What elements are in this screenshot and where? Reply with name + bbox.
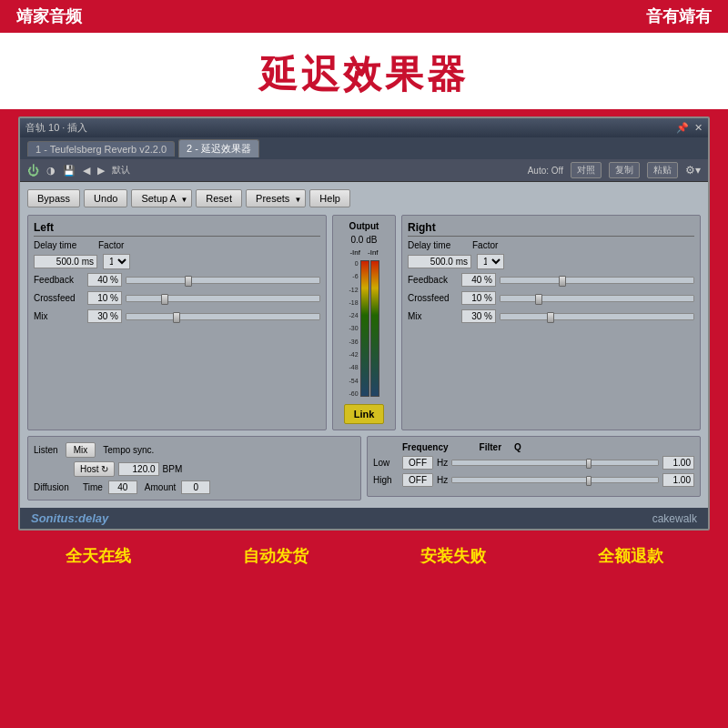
- footer-brand: Sonitus:delay: [31, 511, 108, 525]
- right-factor-label: Factor: [472, 240, 498, 250]
- save-icon[interactable]: 💾: [63, 165, 76, 177]
- bpm-label: BPM: [163, 464, 183, 474]
- low-off-button[interactable]: OFF: [402, 456, 433, 470]
- diffusion-row: Diffusion Time Amount: [34, 480, 355, 494]
- sync-icon: ↻: [101, 464, 108, 474]
- filter-header: Filter: [480, 442, 501, 452]
- bpm-input[interactable]: [118, 462, 159, 476]
- right-delay-row: Delay time Factor: [408, 240, 694, 250]
- right-crossfeed-label: Crossfeed: [408, 293, 458, 303]
- left-mix-slider[interactable]: [126, 313, 320, 320]
- tab-bar: 1 - Teufelsberg Reverb v2.2.0 2 - 延迟效果器: [20, 137, 708, 159]
- high-freq-slider[interactable]: [451, 477, 659, 483]
- banner-item-2: 安装失败: [420, 545, 486, 567]
- high-q-input[interactable]: [662, 473, 694, 487]
- left-feedback-label: Feedback: [34, 275, 84, 285]
- presets-button[interactable]: Presets ▼: [246, 189, 306, 207]
- low-freq-row: Low OFF Hz: [373, 456, 694, 470]
- link-button[interactable]: Link: [344, 404, 385, 424]
- output-area: Output 0.0 dB -Inf -Inf 0 -6 -12 -18 -24…: [332, 215, 396, 430]
- right-crossfeed-row: Crossfeed: [408, 291, 694, 305]
- low-freq-slider[interactable]: [451, 460, 659, 466]
- btn-row: Bypass Undo Setup A ▼ Reset Presets ▼ He…: [27, 189, 701, 207]
- right-mix-slider[interactable]: [500, 313, 694, 320]
- left-crossfeed-slider[interactable]: [126, 295, 320, 302]
- presets-arrow: ▼: [294, 196, 301, 204]
- left-panel: Left Delay time Factor 124 Feedback: [27, 215, 327, 430]
- close-icon[interactable]: ✕: [694, 122, 703, 134]
- left-mix-label: Mix: [34, 311, 84, 321]
- listen-mix-button[interactable]: Mix: [66, 442, 96, 458]
- time-label: Time: [83, 482, 103, 492]
- left-feedback-input[interactable]: [87, 273, 122, 287]
- reset-button[interactable]: Reset: [196, 189, 242, 207]
- high-off-button[interactable]: OFF: [402, 473, 433, 487]
- title-bar: 音轨 10 · 插入 📌 ✕: [20, 118, 708, 137]
- preset-label: 默认: [112, 164, 130, 177]
- right-feedback-row: Feedback: [408, 273, 694, 287]
- right-feedback-label: Feedback: [408, 275, 458, 285]
- copy-btn[interactable]: 复制: [609, 162, 640, 178]
- low-q-input[interactable]: [662, 456, 694, 470]
- right-feedback-slider[interactable]: [500, 277, 694, 284]
- right-mix-input[interactable]: [461, 309, 496, 323]
- high-label: High: [373, 475, 399, 485]
- meter-bar-right: [370, 260, 379, 397]
- right-delay-label: Delay time: [408, 240, 458, 250]
- right-mix-label: Mix: [408, 311, 458, 321]
- left-factor-label: Factor: [98, 240, 124, 250]
- left-panel-title: Left: [34, 221, 320, 237]
- setup-a-button[interactable]: Setup A ▼: [131, 189, 192, 207]
- setup-a-arrow: ▼: [180, 196, 187, 204]
- main-content: Left Delay time Factor 124 Feedback: [27, 215, 701, 430]
- output-left-inf: -Inf: [349, 248, 360, 257]
- left-feedback-slider[interactable]: [126, 277, 320, 284]
- compare-icon[interactable]: ◑: [46, 165, 56, 177]
- banner-item-3: 全额退款: [598, 545, 663, 567]
- right-factor-select[interactable]: 124: [477, 254, 504, 269]
- help-button[interactable]: Help: [309, 189, 350, 207]
- prev-icon[interactable]: ◀: [83, 165, 90, 177]
- auto-off-label: Auto: Off: [528, 166, 563, 176]
- top-banner-left: 靖家音频: [16, 5, 82, 27]
- diffusion-label: Diffusion: [34, 482, 79, 492]
- right-panel: Right Delay time Factor 124 Feedback: [401, 215, 701, 430]
- output-label: Output: [349, 221, 379, 231]
- compare-btn[interactable]: 对照: [571, 162, 602, 178]
- right-crossfeed-slider[interactable]: [500, 295, 694, 302]
- diffusion-time-input[interactable]: [108, 480, 137, 494]
- right-crossfeed-input[interactable]: [461, 291, 496, 305]
- tab-delay[interactable]: 2 - 延迟效果器: [178, 139, 259, 157]
- bottom-right-panel: Frequency Filter Q Low OFF Hz High: [367, 436, 701, 497]
- output-right-inf: -Inf: [368, 248, 379, 257]
- plugin-footer: Sonitus:delay cakewalk: [20, 508, 708, 529]
- bypass-button[interactable]: Bypass: [27, 189, 80, 207]
- power-icon[interactable]: ⏻: [27, 164, 39, 177]
- tempo-sync-label: Tempo sync.: [103, 445, 154, 455]
- gear-icon[interactable]: ⚙▾: [685, 164, 701, 177]
- host-button[interactable]: Host ↻: [74, 461, 115, 477]
- right-feedback-input[interactable]: [461, 273, 496, 287]
- q-header: Q: [514, 442, 521, 452]
- left-crossfeed-input[interactable]: [87, 291, 122, 305]
- right-delay-inputs: 124: [408, 254, 694, 269]
- left-delay-inputs: 124: [34, 254, 320, 269]
- toolbar: ⏻ ◑ 💾 ◀ ▶ 默认 Auto: Off 对照 复制 粘贴 ⚙▾: [20, 159, 708, 182]
- paste-btn[interactable]: 粘贴: [647, 162, 678, 178]
- next-icon[interactable]: ▶: [97, 165, 105, 177]
- diffusion-amount-input[interactable]: [181, 480, 210, 494]
- left-factor-select[interactable]: 124: [103, 254, 130, 269]
- bottom-left-panel: Listen Mix Tempo sync. Host ↻ BPM Diffus…: [27, 436, 361, 500]
- tab-reverb[interactable]: 1 - Teufelsberg Reverb v2.2.0: [27, 141, 175, 157]
- footer-company: cakewalk: [652, 512, 697, 525]
- left-delay-label: Delay time: [34, 240, 84, 250]
- left-mix-input[interactable]: [87, 309, 122, 323]
- banner-item-1: 自动发货: [243, 545, 308, 567]
- right-mix-row: Mix: [408, 309, 694, 323]
- left-delay-input[interactable]: [34, 255, 97, 268]
- high-hz: Hz: [437, 475, 448, 485]
- high-freq-row: High OFF Hz: [373, 473, 694, 487]
- undo-button[interactable]: Undo: [84, 189, 127, 207]
- meter-bar-left: [360, 260, 369, 397]
- right-delay-input[interactable]: [408, 255, 471, 268]
